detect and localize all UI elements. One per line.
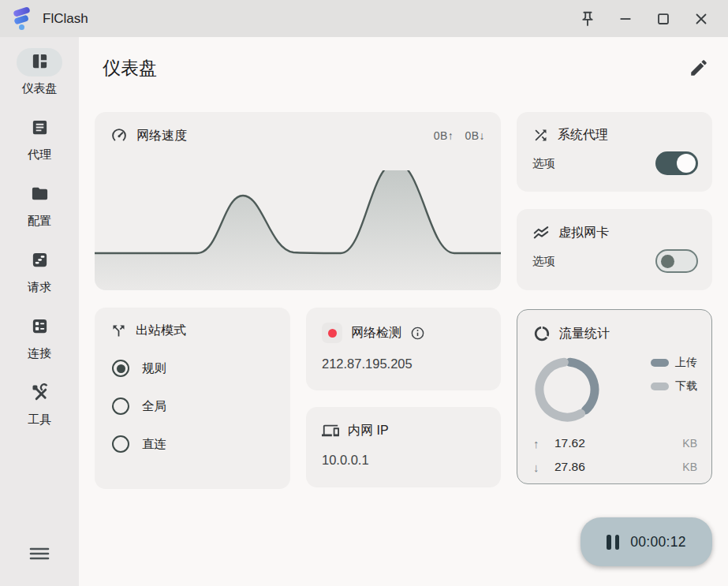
info-icon[interactable] — [410, 326, 425, 341]
sidebar-label: 连接 — [28, 346, 51, 361]
sidebar: 仪表盘 代理 配置 请求 连接 工具 — [0, 37, 79, 586]
main-content: 仪表盘 网络速度 0B↑ 0B↓ — [79, 37, 728, 586]
status-dot-icon — [322, 323, 342, 343]
shuffle-icon — [532, 127, 549, 144]
card-title: 出站模式 — [136, 323, 186, 339]
card-title: 虚拟网卡 — [558, 225, 609, 241]
requests-icon — [31, 251, 49, 272]
minimize-button[interactable] — [607, 3, 644, 35]
speedometer-icon — [110, 127, 128, 144]
profiles-icon — [31, 185, 49, 206]
arrow-up-icon: ↑ — [533, 437, 544, 450]
maximize-icon — [655, 10, 672, 28]
options-link[interactable]: 选项 — [532, 156, 555, 171]
window-controls — [569, 3, 720, 35]
sidebar-label: 配置 — [28, 214, 51, 229]
download-speed-value: 0B↓ — [465, 129, 485, 142]
call-split-icon — [110, 323, 127, 339]
network-detection-card[interactable]: 网络检测 212.87.195.205 — [306, 308, 501, 390]
legend-upload: 上传 — [651, 356, 697, 370]
intranet-ip-card[interactable]: 内网 IP 10.0.0.1 — [306, 407, 501, 487]
sidebar-label: 工具 — [28, 412, 51, 427]
pause-icon — [607, 535, 619, 550]
tools-icon — [31, 383, 49, 405]
menu-button[interactable] — [28, 545, 50, 565]
radio-option-global[interactable]: 全局 — [112, 398, 290, 415]
pin-icon — [579, 10, 596, 28]
app-logo-icon — [11, 6, 33, 32]
sidebar-label: 仪表盘 — [22, 81, 58, 96]
radio-icon — [112, 398, 129, 415]
virtual-nic-card[interactable]: 虚拟网卡 选项 — [517, 209, 712, 290]
minimize-icon — [617, 10, 634, 28]
app-title: FlClash — [43, 11, 88, 27]
sidebar-item-connections[interactable]: 连接 — [17, 313, 62, 361]
edit-icon — [689, 67, 709, 80]
card-title: 网络检测 — [351, 325, 401, 342]
edit-button[interactable] — [689, 58, 709, 78]
upload-total-value: 17.62 — [554, 436, 672, 450]
legend-download: 下载 — [651, 379, 697, 394]
pin-button[interactable] — [569, 3, 607, 35]
card-title: 内网 IP — [348, 423, 389, 439]
network-speed-chart — [95, 170, 501, 290]
options-link[interactable]: 选项 — [532, 254, 555, 269]
download-total-value: 27.86 — [554, 460, 672, 474]
sidebar-label: 请求 — [28, 280, 51, 295]
proxy-icon — [31, 118, 49, 140]
titlebar: FlClash — [0, 0, 728, 37]
sidebar-item-requests[interactable]: 请求 — [17, 247, 62, 295]
traffic-donut-chart — [528, 350, 607, 432]
radio-option-rule[interactable]: 规则 — [112, 360, 290, 377]
timer-fab[interactable]: 00:00:12 — [581, 517, 712, 566]
upload-legend-swatch — [651, 359, 669, 367]
sidebar-label: 代理 — [28, 147, 51, 162]
waves-icon — [532, 224, 550, 241]
radio-selected-icon — [112, 360, 129, 377]
card-title: 系统代理 — [558, 127, 608, 144]
system-proxy-card[interactable]: 系统代理 选项 — [517, 112, 712, 192]
system-proxy-toggle[interactable] — [655, 151, 698, 175]
page-title: 仪表盘 — [103, 56, 157, 80]
card-title: 网络速度 — [136, 128, 187, 144]
connections-icon — [31, 317, 49, 338]
upload-speed-value: 0B↑ — [434, 129, 454, 142]
timer-value: 00:00:12 — [630, 534, 686, 551]
upload-total-row: ↑ 17.62 KB — [533, 436, 697, 450]
card-title: 流量统计 — [559, 326, 610, 342]
sidebar-item-profiles[interactable]: 配置 — [17, 181, 62, 229]
hamburger-icon — [28, 551, 50, 565]
download-total-unit: KB — [682, 461, 697, 473]
sidebar-item-dashboard[interactable]: 仪表盘 — [17, 48, 62, 96]
virtual-nic-toggle[interactable] — [655, 249, 698, 273]
sidebar-item-tools[interactable]: 工具 — [17, 379, 62, 427]
radio-option-direct[interactable]: 直连 — [112, 435, 290, 453]
download-total-row: ↓ 27.86 KB — [533, 460, 697, 474]
download-legend-swatch — [651, 383, 669, 390]
sidebar-item-proxy[interactable]: 代理 — [17, 114, 62, 162]
outbound-mode-card: 出站模式 规则 全局 直连 — [95, 308, 290, 489]
devices-icon — [322, 422, 339, 439]
upload-total-unit: KB — [682, 437, 697, 450]
close-button[interactable] — [682, 3, 720, 35]
network-speed-card[interactable]: 网络速度 0B↑ 0B↓ — [95, 112, 501, 290]
maximize-button[interactable] — [644, 3, 682, 35]
traffic-stats-card[interactable]: 流量统计 上传 下载 ↑ 17.62 KB ↓ 27.86 KB — [517, 309, 712, 484]
data-usage-icon — [533, 325, 551, 342]
radio-icon — [112, 435, 129, 453]
arrow-down-icon: ↓ — [533, 461, 544, 474]
dashboard-icon — [31, 52, 49, 73]
intranet-ip-value: 10.0.0.1 — [306, 439, 501, 468]
public-ip-value: 212.87.195.205 — [306, 343, 501, 371]
close-icon — [693, 10, 710, 28]
